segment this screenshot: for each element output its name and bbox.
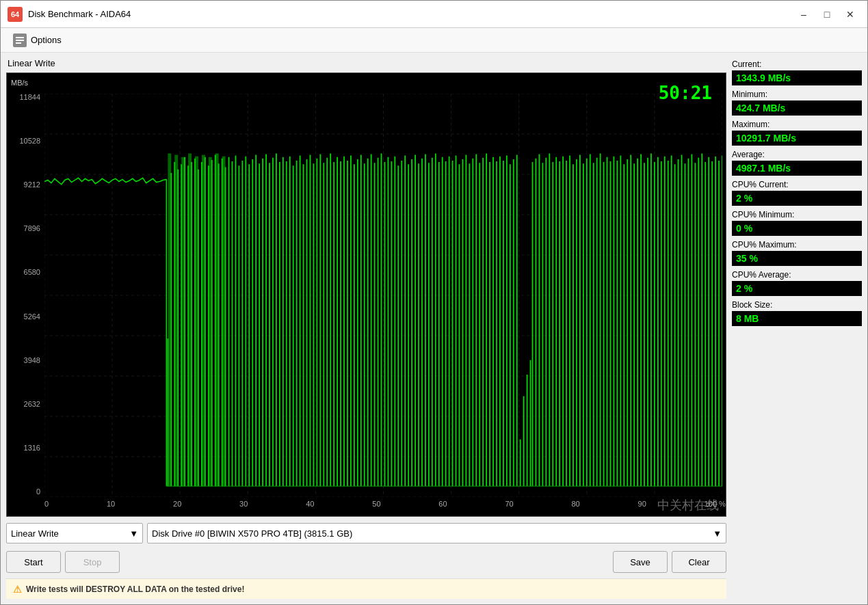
- window-title: Disk Benchmark - AIDA64: [28, 9, 793, 19]
- maximum-stat: Maximum: 10291.7 MB/s: [732, 120, 862, 146]
- current-value: 1343.9 MB/s: [732, 70, 862, 85]
- svg-rect-199: [222, 157, 226, 487]
- y-tick-9212: 9212: [7, 181, 44, 189]
- controls-row: Linear Write ▼ Disk Drive #0 [BIWIN X570…: [6, 521, 726, 546]
- average-label: Average:: [732, 150, 862, 159]
- svg-rect-194: [188, 153, 192, 486]
- cpu-current-stat: CPU% Current: 2 %: [732, 180, 862, 206]
- watermark: 中关村在线: [657, 497, 719, 513]
- minimum-value: 424.7 MB/s: [732, 100, 862, 116]
- svg-rect-191: [168, 153, 171, 486]
- maximum-label: Maximum:: [732, 120, 862, 129]
- y-tick-1316: 1316: [7, 444, 44, 452]
- cpu-current-value: 2 %: [732, 191, 862, 206]
- svg-rect-198: [215, 153, 219, 486]
- warning-icon: ⚠: [13, 584, 22, 595]
- x-tick-50: 50: [372, 500, 380, 508]
- chart-title: Linear Write: [6, 58, 726, 68]
- x-tick-0: 0: [44, 500, 49, 508]
- title-bar: 64 Disk Benchmark - AIDA64 – □ ✕: [1, 1, 867, 28]
- minimum-label: Minimum:: [732, 90, 862, 99]
- block-size-label: Block Size:: [732, 300, 862, 310]
- window-controls: – □ ✕: [793, 5, 860, 24]
- block-size-value: 8 MB: [732, 311, 862, 326]
- average-value: 4987.1 MB/s: [732, 161, 862, 176]
- right-panel: Current: 1343.9 MB/s Minimum: 424.7 MB/s…: [732, 58, 862, 599]
- chart-container: MB/s 50:21 11844 10528 9212 7896 6580 52…: [6, 72, 726, 517]
- x-tick-80: 80: [572, 500, 580, 508]
- average-stat: Average: 4987.1 MB/s: [732, 150, 862, 176]
- maximum-value: 10291.7 MB/s: [732, 131, 862, 146]
- x-tick-70: 70: [505, 500, 513, 508]
- warning-text: Write tests will DESTROY ALL DATA on the…: [26, 584, 244, 594]
- save-button[interactable]: Save: [613, 551, 668, 573]
- y-tick-11844: 11844: [7, 94, 44, 101]
- cpu-minimum-value: 0 %: [732, 221, 862, 236]
- test-type-dropdown[interactable]: Linear Write ▼: [6, 523, 143, 543]
- x-tick-40: 40: [306, 500, 314, 508]
- y-tick-3948: 3948: [7, 357, 44, 364]
- chart-plot-area: [44, 94, 722, 497]
- maximize-button[interactable]: □: [817, 5, 837, 24]
- current-label: Current:: [732, 59, 862, 69]
- x-tick-10: 10: [107, 500, 115, 508]
- y-axis-ticks: 11844 10528 9212 7896 6580 5264 3948 263…: [7, 73, 44, 516]
- cpu-average-stat: CPU% Average: 2 %: [732, 270, 862, 296]
- content-area: Linear Write MB/s 50:21 11844 10528 9212…: [1, 53, 867, 604]
- options-menu[interactable]: Options: [6, 31, 68, 50]
- svg-rect-197: [209, 157, 212, 486]
- cpu-maximum-value: 35 %: [732, 251, 862, 266]
- cpu-minimum-stat: CPU% Minimum: 0 %: [732, 210, 862, 236]
- cpu-current-label: CPU% Current:: [732, 180, 862, 189]
- disk-dropdown[interactable]: Disk Drive #0 [BIWIN X570 PRO 4TB] (3815…: [147, 523, 726, 543]
- x-tick-90: 90: [638, 500, 646, 508]
- x-tick-60: 60: [438, 500, 447, 508]
- y-tick-0: 0: [7, 488, 44, 496]
- svg-rect-193: [181, 157, 185, 486]
- options-icon: [13, 33, 27, 47]
- x-tick-20: 20: [173, 500, 181, 508]
- btn-row: Start Stop Save Clear: [6, 550, 726, 574]
- svg-rect-195: [195, 157, 198, 487]
- cpu-maximum-stat: CPU% Maximum: 35 %: [732, 240, 862, 266]
- app-icon: 64: [8, 7, 23, 22]
- start-button[interactable]: Start: [6, 551, 61, 573]
- svg-rect-0: [16, 37, 24, 38]
- dropdown-arrow-icon: ▼: [129, 528, 138, 539]
- cpu-average-label: CPU% Average:: [732, 270, 862, 280]
- chart-inner: MB/s 50:21 11844 10528 9212 7896 6580 52…: [7, 73, 726, 516]
- stop-button[interactable]: Stop: [65, 551, 120, 573]
- clear-button[interactable]: Clear: [672, 551, 726, 573]
- y-tick-7896: 7896: [7, 225, 44, 232]
- svg-rect-1: [16, 40, 24, 41]
- current-stat: Current: 1343.9 MB/s: [732, 59, 862, 85]
- x-tick-30: 30: [239, 500, 248, 508]
- close-button[interactable]: ✕: [840, 5, 860, 24]
- cpu-average-value: 2 %: [732, 281, 862, 296]
- y-tick-10528: 10528: [7, 137, 44, 145]
- y-tick-5264: 5264: [7, 313, 44, 321]
- svg-rect-196: [202, 155, 205, 487]
- svg-rect-192: [174, 155, 178, 487]
- svg-rect-2: [16, 42, 21, 44]
- x-axis-ticks: 0 10 20 30 40 50 60 70 80 90 100 %: [44, 497, 726, 516]
- block-size-stat: Block Size: 8 MB: [732, 300, 862, 326]
- chart-svg: [44, 94, 722, 497]
- warning-bar: ⚠ Write tests will DESTROY ALL DATA on t…: [6, 578, 726, 599]
- y-tick-6580: 6580: [7, 269, 44, 276]
- minimum-stat: Minimum: 424.7 MB/s: [732, 90, 862, 116]
- cpu-maximum-label: CPU% Maximum:: [732, 240, 862, 250]
- main-panel: Linear Write MB/s 50:21 11844 10528 9212…: [6, 58, 726, 599]
- dropdown-arrow-icon-2: ▼: [713, 528, 722, 539]
- options-label: Options: [31, 35, 62, 45]
- y-tick-2632: 2632: [7, 401, 44, 408]
- menu-bar: Options: [1, 28, 867, 53]
- minimize-button[interactable]: –: [793, 5, 814, 24]
- cpu-minimum-label: CPU% Minimum:: [732, 210, 862, 219]
- main-window: 64 Disk Benchmark - AIDA64 – □ ✕ Options…: [0, 0, 868, 605]
